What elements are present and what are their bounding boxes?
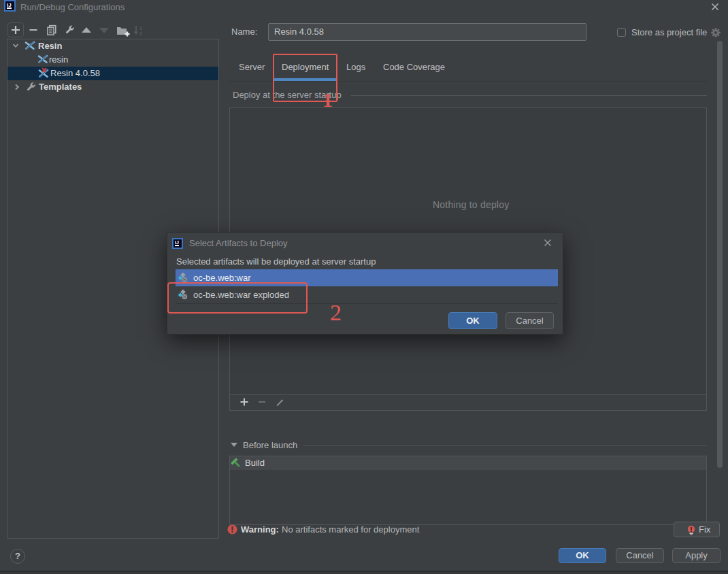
svg-text:1: 1: [139, 26, 142, 31]
svg-text:2: 2: [139, 31, 142, 36]
